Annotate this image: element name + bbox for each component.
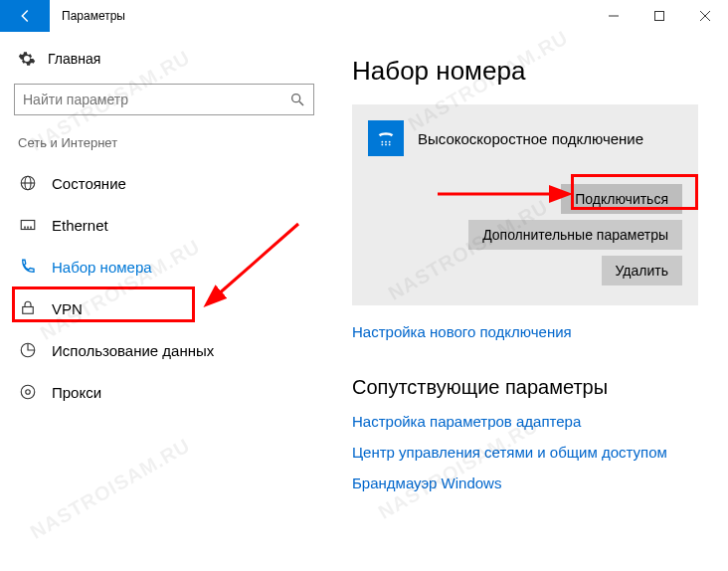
svg-point-19: [389, 141, 391, 143]
link-firewall[interactable]: Брандмауэр Windows: [352, 475, 698, 491]
page-title: Набор номера: [352, 56, 698, 87]
svg-point-15: [21, 385, 35, 399]
sidebar-item-label: Набор номера: [52, 259, 152, 276]
svg-line-5: [299, 101, 303, 105]
close-button[interactable]: [682, 0, 728, 32]
svg-rect-10: [24, 227, 26, 229]
sidebar-item-proxy[interactable]: Прокси: [14, 371, 314, 413]
sidebar-group-label: Сеть и Интернет: [14, 135, 314, 150]
svg-point-17: [381, 141, 383, 143]
advanced-button[interactable]: Дополнительные параметры: [468, 220, 682, 250]
minimize-button[interactable]: [591, 0, 637, 32]
proxy-icon: [18, 382, 38, 402]
svg-rect-11: [27, 227, 29, 229]
annotation-highlight-sidebar: [12, 286, 195, 322]
search-icon: [289, 92, 305, 107]
svg-point-22: [389, 144, 391, 146]
svg-point-21: [385, 144, 387, 146]
dialup-icon: [368, 120, 404, 156]
main-pane: Набор номера Высокоскоростное подключени…: [328, 32, 728, 571]
delete-button[interactable]: Удалить: [602, 256, 682, 286]
svg-rect-12: [30, 227, 32, 229]
phone-icon: [18, 257, 38, 277]
sidebar-home[interactable]: Главная: [14, 50, 314, 68]
annotation-arrow-sidebar: [199, 214, 308, 327]
titlebar: Параметры: [0, 0, 728, 32]
svg-point-4: [292, 95, 300, 102]
sidebar-item-data-usage[interactable]: Использование данных: [14, 329, 314, 371]
related-heading: Сопутствующие параметры: [352, 376, 698, 399]
search-input[interactable]: [23, 92, 289, 107]
window-controls: [591, 0, 728, 32]
sidebar-item-status[interactable]: Состояние: [14, 162, 314, 204]
sidebar-item-label: Прокси: [52, 384, 101, 401]
sidebar-home-label: Главная: [48, 51, 100, 67]
globe-icon: [18, 173, 38, 193]
maximize-button[interactable]: [637, 0, 682, 32]
svg-point-16: [26, 390, 31, 395]
connection-item[interactable]: Высокоскоростное подключение: [368, 120, 682, 156]
svg-point-20: [381, 144, 383, 146]
sidebar-item-label: Использование данных: [52, 342, 214, 359]
window-title: Параметры: [50, 0, 137, 32]
back-button[interactable]: [0, 0, 50, 32]
svg-rect-1: [655, 12, 664, 21]
annotation-highlight-connect: [571, 174, 698, 210]
arrow-left-icon: [16, 7, 34, 25]
sidebar-item-label: Ethernet: [52, 217, 108, 234]
annotation-arrow-connect: [438, 181, 577, 211]
svg-point-18: [385, 141, 387, 143]
connection-name: Высокоскоростное подключение: [418, 130, 643, 147]
link-new-connection[interactable]: Настройка нового подключения: [352, 323, 698, 340]
link-network-center[interactable]: Центр управления сетями и общим доступом: [352, 444, 698, 461]
sidebar-item-label: Состояние: [52, 175, 126, 192]
link-adapter-settings[interactable]: Настройка параметров адаптера: [352, 413, 698, 430]
ethernet-icon: [18, 215, 38, 235]
data-usage-icon: [18, 340, 38, 360]
gear-icon: [18, 50, 36, 68]
search-input-container[interactable]: [14, 84, 314, 115]
svg-line-23: [217, 224, 298, 295]
